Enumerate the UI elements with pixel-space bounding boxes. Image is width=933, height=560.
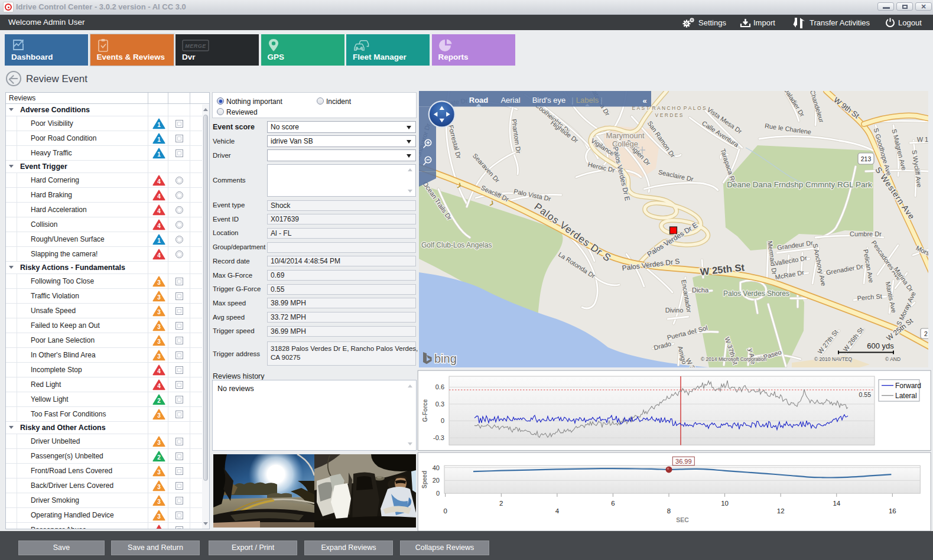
svg-text:3: 3 — [157, 309, 161, 315]
svg-text:1: 1 — [157, 136, 161, 143]
svg-text:Labels: Labels — [576, 96, 599, 105]
svg-text:2: 2 — [157, 454, 161, 461]
svg-text:4: 4 — [157, 223, 161, 229]
svg-text:Dicha: Dicha — [692, 286, 709, 294]
svg-text:4: 4 — [555, 507, 560, 515]
svg-text:4: 4 — [157, 383, 161, 389]
svg-text:1: 1 — [157, 122, 161, 128]
svg-text:6: 6 — [611, 500, 615, 507]
svg-text:|: | — [571, 96, 573, 105]
svg-text:16: 16 — [889, 507, 896, 515]
svg-text:3: 3 — [157, 279, 161, 286]
svg-text:Cumbre Dr: Cumbre Dr — [850, 230, 882, 237]
svg-text:600 yds: 600 yds — [867, 341, 894, 350]
svg-text:Marymount: Marymount — [606, 131, 644, 140]
svg-text:© AND: © AND — [885, 356, 901, 362]
svg-text:bing: bing — [434, 352, 457, 365]
svg-text:V E R D E S: V E R D E S — [655, 112, 683, 118]
svg-text:MERGE: MERGE — [185, 43, 206, 49]
svg-text:G-Force: G-Force — [422, 399, 428, 422]
svg-text:3: 3 — [157, 469, 161, 476]
svg-text:1: 1 — [157, 237, 161, 244]
svg-text:3: 3 — [157, 412, 161, 419]
svg-text:4: 4 — [157, 193, 161, 200]
svg-text:1: 1 — [157, 151, 161, 158]
svg-text:4: 4 — [157, 208, 161, 214]
svg-text:4: 4 — [157, 178, 161, 185]
svg-text:3: 3 — [157, 484, 161, 490]
svg-text:0.55: 0.55 — [859, 391, 872, 398]
svg-text:3: 3 — [157, 353, 161, 360]
svg-text:8: 8 — [667, 507, 671, 515]
svg-text:Speed: Speed — [421, 471, 428, 489]
svg-text:SEC: SEC — [676, 516, 689, 523]
svg-text:Road: Road — [469, 96, 489, 105]
svg-text:Deane Dana Frndshp Cmmnty RGL: Deane Dana Frndshp Cmmnty RGL Park — [727, 180, 872, 189]
svg-text:«: « — [642, 96, 646, 105]
svg-text:Lateral: Lateral — [895, 392, 917, 400]
svg-text:|: | — [600, 96, 602, 105]
svg-text:0.6: 0.6 — [435, 383, 444, 390]
svg-text:12: 12 — [777, 507, 785, 515]
svg-text:2: 2 — [499, 500, 503, 507]
svg-text:Forward: Forward — [895, 382, 921, 390]
svg-text:20: 20 — [433, 477, 440, 484]
svg-text:Bird's eye: Bird's eye — [532, 96, 566, 105]
svg-text:14: 14 — [833, 500, 840, 507]
svg-text:2: 2 — [157, 398, 161, 404]
svg-text:40: 40 — [433, 464, 440, 471]
svg-text:3: 3 — [157, 499, 161, 505]
svg-text:3: 3 — [157, 439, 161, 446]
svg-text:Aerial: Aerial — [500, 96, 520, 105]
svg-text:Palos Verdes Shores: Palos Verdes Shores — [723, 289, 789, 298]
svg-text:0: 0 — [441, 417, 444, 424]
svg-text:© 2010 NAVTEQ: © 2010 NAVTEQ — [814, 356, 853, 362]
svg-text:3: 3 — [157, 338, 161, 345]
svg-text:10: 10 — [721, 500, 729, 507]
svg-text:Divino: Divino — [665, 307, 684, 314]
svg-text:0: 0 — [443, 507, 447, 515]
svg-text:4: 4 — [157, 368, 161, 375]
svg-text:College: College — [612, 139, 638, 148]
svg-text:4: 4 — [157, 528, 161, 529]
svg-text:3: 3 — [157, 513, 161, 520]
svg-text:213: 213 — [861, 155, 872, 162]
svg-text:Golf Club-Los Angelas: Golf Club-Los Angelas — [421, 241, 492, 249]
svg-text:4: 4 — [157, 252, 161, 259]
svg-text:36.99: 36.99 — [675, 458, 692, 465]
svg-text:W 10t: W 10t — [917, 136, 928, 143]
svg-text:3: 3 — [157, 324, 161, 330]
svg-text:3: 3 — [157, 294, 161, 301]
svg-text:2: 2 — [924, 330, 928, 337]
svg-text:0.3: 0.3 — [435, 401, 444, 408]
svg-text:0: 0 — [436, 490, 440, 497]
svg-text:© 2014 Microsoft Corporation: © 2014 Microsoft Corporation — [701, 356, 766, 362]
svg-text:-0.3: -0.3 — [433, 434, 444, 441]
